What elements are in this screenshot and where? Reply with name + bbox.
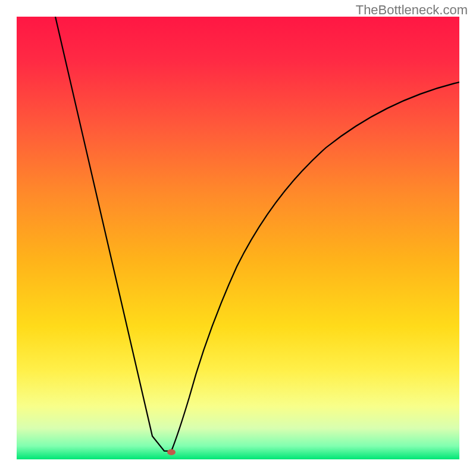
- optimal-point-marker: [167, 449, 176, 455]
- bottleneck-chart: TheBottleneck.com: [0, 0, 476, 476]
- watermark-text: TheBottleneck.com: [356, 2, 468, 18]
- chart-frame: [17, 17, 459, 459]
- bottleneck-curve: [17, 17, 459, 459]
